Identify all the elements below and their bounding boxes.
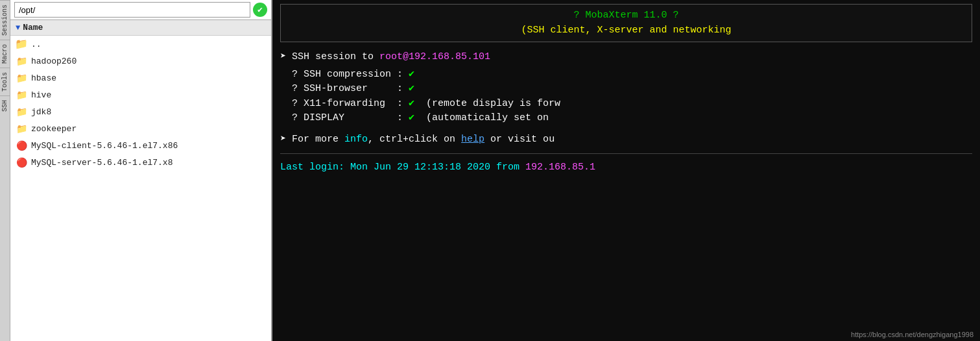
- more-info-line: ➤ For more info, ctrl+click on help or v…: [280, 133, 972, 147]
- parent-folder-icon: 📁: [16, 39, 27, 49]
- terminal-output[interactable]: ? MobaXterm 11.0 ? (SSH client, X-server…: [272, 0, 980, 341]
- feature-x11-extra: (remote display is forw: [414, 97, 560, 112]
- terminal-header-line2: (SSH client, X-server and networking: [291, 23, 961, 38]
- help-link[interactable]: help: [461, 133, 484, 147]
- macro-tab[interactable]: Macro: [0, 40, 10, 68]
- file-item-label-zookeeper: zookeeper: [31, 124, 77, 134]
- feature-ssh-compression-value: ✔: [409, 68, 414, 82]
- file-item-label-hadoop260: hadoop260: [31, 57, 77, 66]
- feature-x11-label: ? X11-forwarding :: [280, 97, 409, 112]
- name-column-header: Name: [23, 23, 43, 32]
- file-list-header: ▼ Name: [10, 20, 271, 36]
- path-input[interactable]: /opt/: [14, 2, 250, 18]
- terminal-panel: ? MobaXterm 11.0 ? (SSH client, X-server…: [272, 0, 980, 341]
- ssh-host: 192.168.85.101: [409, 50, 490, 65]
- address-bar: /opt/ ✔: [10, 0, 271, 20]
- last-login-ip: 192.168.85.1: [525, 160, 595, 175]
- file-browser-panel: Sessions Macro Tools SSH /opt/ ✔ ▼ Name …: [0, 0, 272, 341]
- file-item-label-parent: ..: [31, 40, 42, 49]
- file-item-hadoop260[interactable]: 📁 hadoop260: [10, 53, 271, 69]
- mobaxterm-subtitle: (SSH client, X-server and networking: [291, 23, 961, 38]
- feature-x11-forwarding: ? X11-forwarding : ✔ (remote display is …: [280, 97, 972, 112]
- rpm-icon-mysql-server: 🔴: [16, 157, 27, 168]
- folder-icon-zookeeper: 📁: [16, 123, 27, 134]
- feature-x11-value: ✔: [409, 97, 414, 112]
- file-item-label-mysql-server: MySQL-server-5.6.46-1.el7.x8: [31, 158, 173, 168]
- last-login-text: Last login: Mon Jun 29 12:13:18 2020 fro…: [280, 160, 525, 175]
- file-item-label-hive: hive: [31, 90, 51, 100]
- folder-icon-hive: 📁: [16, 90, 27, 100]
- file-item-parent[interactable]: 📁 ..: [10, 36, 271, 53]
- file-list: 📁 .. 📁 hadoop260 📁 hbase 📁 hive 📁: [10, 36, 271, 341]
- folder-icon-jdk8: 📁: [16, 107, 27, 117]
- feature-display: ? DISPLAY : ✔ (automatically set on: [280, 111, 972, 126]
- file-item-hive[interactable]: 📁 hive: [10, 86, 271, 103]
- feature-display-value: ✔: [409, 111, 414, 126]
- more-info-suffix: or visit ou: [484, 133, 555, 147]
- feature-ssh-compression-label: ? SSH compression :: [280, 68, 409, 82]
- tools-tab[interactable]: Tools: [0, 68, 10, 95]
- file-item-mysql-client[interactable]: 🔴 MySQL-client-5.6.46-1.el7.x86: [10, 137, 271, 154]
- more-info-prefix: ➤ For more: [280, 133, 344, 147]
- sessions-tab[interactable]: Sessions: [0, 0, 10, 40]
- feature-ssh-compression: ? SSH compression : ✔: [280, 68, 972, 82]
- sort-arrow-icon: ▼: [16, 23, 20, 32]
- mobaxterm-title: ? MobaXterm 11.0 ?: [291, 8, 961, 23]
- address-ok-button[interactable]: ✔: [253, 3, 267, 17]
- feature-ssh-browser-value: ✔: [409, 82, 414, 97]
- last-login-line: Last login: Mon Jun 29 12:13:18 2020 fro…: [280, 160, 972, 175]
- rpm-icon-mysql-client: 🔴: [16, 140, 27, 151]
- folder-icon-hadoop260: 📁: [16, 56, 27, 66]
- ssh-session-prefix: ➤ SSH session to: [280, 50, 379, 65]
- more-info-info: info: [344, 133, 368, 147]
- ssh-at: @: [403, 50, 409, 65]
- terminal-separator: [280, 153, 972, 154]
- ssh-session-line: ➤ SSH session to root@192.168.85.101: [280, 50, 972, 65]
- feature-display-extra: (automatically set on: [414, 111, 549, 126]
- file-item-label-jdk8: jdk8: [31, 107, 51, 117]
- file-item-label-hbase: hbase: [31, 73, 56, 83]
- feature-ssh-browser-label: ? SSH-browser :: [280, 82, 409, 97]
- feature-ssh-browser: ? SSH-browser : ✔: [280, 82, 972, 97]
- ssh-tab[interactable]: SSH: [0, 95, 10, 116]
- feature-display-label: ? DISPLAY :: [280, 111, 409, 126]
- side-tabs: Sessions Macro Tools SSH: [0, 0, 10, 341]
- file-item-label-mysql-client: MySQL-client-5.6.46-1.el7.x86: [31, 141, 178, 151]
- file-item-mysql-server[interactable]: 🔴 MySQL-server-5.6.46-1.el7.x8: [10, 154, 271, 171]
- watermark: https://blog.csdn.net/dengzhigang1998: [851, 331, 974, 338]
- file-item-hbase[interactable]: 📁 hbase: [10, 69, 271, 86]
- more-info-middle: , ctrl+click on: [368, 133, 461, 147]
- file-item-jdk8[interactable]: 📁 jdk8: [10, 103, 271, 120]
- file-item-zookeeper[interactable]: 📁 zookeeper: [10, 120, 271, 137]
- ssh-user: root: [379, 50, 403, 65]
- terminal-header-line1: ? MobaXterm 11.0 ?: [291, 8, 961, 23]
- folder-icon-hbase: 📁: [16, 73, 27, 83]
